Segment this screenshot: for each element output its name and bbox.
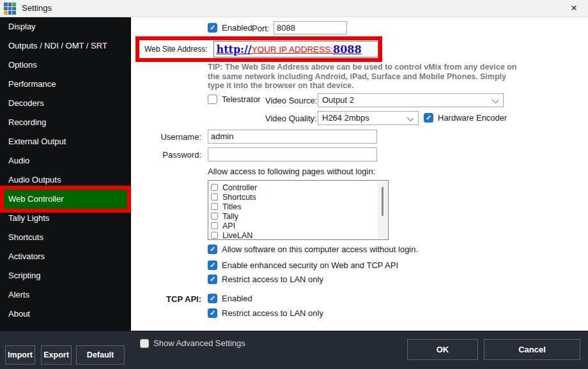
settings-sidebar: Display Outputs / NDI / OMT / SRT Option… xyxy=(0,17,131,331)
username-label: Username: xyxy=(131,132,201,142)
export-button[interactable]: Export xyxy=(41,345,72,365)
enhanced-security-label: Enable enhanced security on Web and TCP … xyxy=(222,260,398,270)
enhanced-security-row: ✓ Enable enhanced security on Web and TC… xyxy=(208,260,398,270)
list-item[interactable]: Titles xyxy=(211,202,388,211)
default-button[interactable]: Default xyxy=(76,345,125,365)
restrict-lan-checkbox[interactable]: ✓ xyxy=(208,275,217,284)
list-item-label: Controller xyxy=(222,183,257,192)
listbox-scrollbar[interactable] xyxy=(378,181,387,239)
show-advanced-label: Show Advanced Settings xyxy=(153,338,245,348)
restrict-lan-label: Restrict access to LAN only xyxy=(222,275,323,284)
list-item[interactable]: Shortcuts xyxy=(211,192,388,202)
web-controller-panel: ✓ Enabled Port: 8088 Web Site Address: h… xyxy=(131,17,588,331)
list-item-label: API xyxy=(222,222,235,230)
tcp-api-label: TCP API: xyxy=(131,294,201,304)
list-item-label: Titles xyxy=(222,202,241,211)
telestrator-label: Telestrator xyxy=(222,94,261,104)
tally-checkbox[interactable] xyxy=(211,213,218,220)
controller-checkbox[interactable] xyxy=(211,184,218,191)
sidebar-item-about[interactable]: About xyxy=(0,305,131,324)
video-source-label: Video Source: xyxy=(265,96,317,105)
sidebar-item-display[interactable]: Display xyxy=(0,17,131,36)
show-advanced-checkbox[interactable] xyxy=(140,339,149,348)
scrollbar-thumb[interactable] xyxy=(382,187,383,216)
tip-text: TIP: The Web Site Address above can be u… xyxy=(208,63,519,91)
list-item[interactable]: LiveLAN xyxy=(211,230,388,240)
password-input[interactable] xyxy=(208,147,377,162)
tcp-restrict-checkbox[interactable]: ✓ xyxy=(208,308,217,318)
list-item[interactable]: Controller xyxy=(211,183,388,192)
allow-pages-listbox: Controller Shortcuts Titles Tally API Li… xyxy=(208,180,389,240)
url-host: YOUR IP ADDRESS: xyxy=(252,45,333,54)
sidebar-item-alerts[interactable]: Alerts xyxy=(0,285,131,305)
url-port: 8088 xyxy=(333,43,362,56)
list-item[interactable]: API xyxy=(211,221,388,230)
chevron-down-icon xyxy=(492,97,499,103)
enhanced-security-checkbox[interactable]: ✓ xyxy=(208,260,217,270)
sidebar-item-external-output[interactable]: External Output xyxy=(0,132,131,151)
web-enabled-checkbox[interactable]: ✓ xyxy=(208,23,217,33)
sidebar-item-options[interactable]: Options xyxy=(0,56,131,75)
password-label: Password: xyxy=(131,150,201,160)
list-item-label: LiveLAN xyxy=(222,231,252,240)
sidebar-item-web-controller[interactable]: Web Controller xyxy=(0,186,131,213)
sidebar-item-scripting[interactable]: Scripting xyxy=(0,266,131,285)
url-scheme: http:// xyxy=(217,43,252,56)
title-bar: Settings × xyxy=(0,0,588,17)
cancel-button[interactable]: Cancel xyxy=(484,339,580,360)
sidebar-item-shortcuts[interactable]: Shortcuts xyxy=(0,228,131,247)
website-address-highlight: Web Site Address: http://YOUR IP ADDRESS… xyxy=(135,36,382,62)
allow-software-label: Allow software on this computer access w… xyxy=(222,245,418,254)
list-item[interactable]: Tally xyxy=(211,211,388,221)
web-enabled-label: Enabled xyxy=(222,23,252,33)
video-quality-label: Video Quality: xyxy=(265,114,317,123)
hardware-encoder-label: Hardware Encoder xyxy=(438,113,507,123)
allow-software-checkbox[interactable]: ✓ xyxy=(208,245,217,254)
video-quality-value: H264 2mbps xyxy=(322,113,369,123)
hardware-encoder-checkbox[interactable]: ✓ xyxy=(424,113,433,123)
allow-pages-label: Allow access to following pages without … xyxy=(208,167,375,176)
tcp-enabled-label: Enabled xyxy=(222,294,252,303)
video-source-select[interactable]: Output 2 xyxy=(318,93,504,107)
vmix-logo-icon xyxy=(4,3,16,15)
sidebar-item-recording[interactable]: Recording xyxy=(0,113,131,132)
username-input[interactable]: admin xyxy=(208,130,377,144)
video-quality-select[interactable]: H264 2mbps xyxy=(318,111,419,125)
chevron-down-icon xyxy=(407,115,414,121)
tcp-restrict-row: ✓ Restrict access to LAN only xyxy=(208,308,323,318)
titles-checkbox[interactable] xyxy=(211,203,218,210)
sidebar-item-performance[interactable]: Performance xyxy=(0,75,131,94)
allow-software-row: ✓ Allow software on this computer access… xyxy=(208,245,418,254)
show-advanced-row: Show Advanced Settings xyxy=(140,338,245,348)
video-source-value: Output 2 xyxy=(322,95,354,105)
web-enabled-row: ✓ Enabled xyxy=(208,23,252,33)
api-checkbox[interactable] xyxy=(211,222,218,229)
telestrator-row: Telestrator xyxy=(208,94,261,104)
shortcuts-checkbox[interactable] xyxy=(211,193,218,200)
footer-bar: Import Export Default Show Advanced Sett… xyxy=(0,331,588,369)
sidebar-item-decoders[interactable]: Decoders xyxy=(0,94,131,113)
sidebar-item-audio[interactable]: Audio xyxy=(0,151,131,170)
settings-dialog: Settings × Display Outputs / NDI / OMT /… xyxy=(0,0,588,369)
tcp-restrict-label: Restrict access to LAN only xyxy=(222,308,323,318)
close-icon[interactable]: × xyxy=(562,0,585,17)
website-address-field[interactable]: http://YOUR IP ADDRESS:8088 xyxy=(213,41,379,57)
website-address-label: Web Site Address: xyxy=(139,45,208,54)
restrict-lan-row: ✓ Restrict access to LAN only xyxy=(208,275,323,284)
list-item-label: Tally xyxy=(222,212,238,221)
list-item-label: Shortcuts xyxy=(222,193,256,202)
import-button[interactable]: Import xyxy=(5,345,35,365)
ok-button[interactable]: OK xyxy=(407,339,478,360)
window-title: Settings xyxy=(22,3,52,13)
telestrator-checkbox[interactable] xyxy=(208,94,217,104)
livelan-checkbox[interactable] xyxy=(211,232,218,239)
port-label: Port: xyxy=(252,24,269,33)
tcp-enabled-row: ✓ Enabled xyxy=(208,294,252,303)
sidebar-item-outputs[interactable]: Outputs / NDI / OMT / SRT xyxy=(0,36,131,56)
hardware-encoder-row: ✓ Hardware Encoder xyxy=(424,113,507,123)
tcp-enabled-checkbox[interactable]: ✓ xyxy=(208,294,217,303)
port-input[interactable]: 8088 xyxy=(274,21,347,34)
sidebar-item-activators[interactable]: Activators xyxy=(0,247,131,266)
